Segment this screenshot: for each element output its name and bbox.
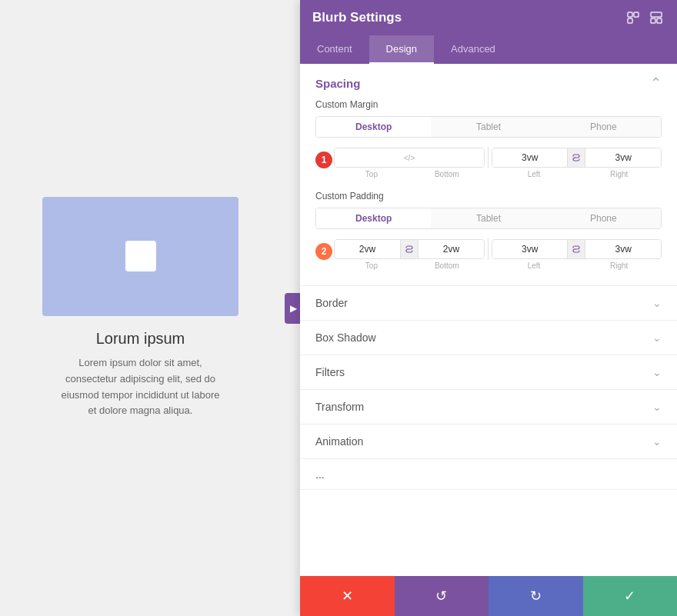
more-section-hint: ...	[315, 468, 325, 481]
margin-tab-desktop[interactable]: Desktop	[316, 117, 431, 137]
step-badge-2: 2	[315, 243, 332, 260]
tab-design[interactable]: Design	[369, 35, 434, 64]
transform-title: Transform	[315, 401, 364, 413]
transform-section: Transform ⌄	[300, 390, 677, 425]
box-shadow-title: Box Shadow	[315, 331, 376, 344]
layout-icon[interactable]	[648, 9, 665, 26]
svg-rect-2	[628, 18, 632, 23]
panel-body: Spacing ⌃ Custom Margin Desktop Tablet P…	[300, 64, 677, 576]
box-shadow-chevron-icon: ⌄	[652, 331, 662, 344]
margin-right-label: Right	[576, 170, 662, 178]
spacing-section-title: Spacing	[315, 77, 360, 90]
reset-button[interactable]: ↺	[395, 576, 489, 616]
spacing-section: Spacing ⌃ Custom Margin Desktop Tablet P…	[300, 64, 677, 286]
padding-right-input[interactable]	[585, 240, 661, 258]
padding-top-input[interactable]	[335, 240, 400, 258]
custom-margin-label: Custom Margin	[315, 99, 662, 110]
save-button[interactable]: ✓	[583, 576, 678, 616]
padding-lr-link-icon[interactable]	[567, 240, 585, 258]
padding-bottom-input[interactable]	[419, 240, 484, 258]
panel-title: Blurb Settings	[312, 10, 402, 25]
panel-header-icons	[625, 9, 665, 26]
margin-right-input[interactable]	[585, 148, 661, 167]
margin-tab-tablet[interactable]: Tablet	[431, 117, 545, 137]
resize-icon[interactable]	[625, 9, 642, 26]
tab-advanced[interactable]: Advanced	[434, 35, 512, 64]
box-shadow-section: Box Shadow ⌄	[300, 321, 677, 355]
border-title: Border	[315, 297, 348, 309]
action-bar: ✕ ↺ ↻ ✓	[300, 576, 677, 616]
box-shadow-header[interactable]: Box Shadow ⌄	[300, 321, 677, 355]
padding-bottom-label: Bottom	[409, 261, 485, 270]
border-header[interactable]: Border ⌄	[300, 286, 677, 320]
blurb-icon	[125, 241, 156, 271]
padding-device-tabs: Desktop Tablet Phone	[315, 208, 662, 229]
border-section: Border ⌄	[300, 286, 677, 321]
animation-header[interactable]: Animation ⌄	[300, 425, 677, 458]
blurb-preview: Lorum ipsum Lorem ipsum dolor sit amet, …	[42, 197, 238, 419]
margin-link-icon[interactable]	[567, 148, 585, 167]
filters-title: Filters	[315, 366, 345, 378]
svg-rect-3	[651, 12, 662, 17]
padding-tab-tablet[interactable]: Tablet	[431, 208, 545, 228]
step-badge-1: 1	[315, 152, 332, 168]
svg-rect-1	[634, 12, 639, 17]
filters-section: Filters ⌄	[300, 355, 677, 390]
panel-header: Blurb Settings	[300, 0, 677, 35]
margin-bottom-label: Bottom	[409, 170, 485, 178]
blurb-body: Lorem ipsum dolor sit amet, consectetur …	[56, 355, 225, 419]
margin-left-label: Left	[492, 170, 577, 178]
redo-button[interactable]: ↻	[489, 576, 583, 616]
svg-rect-4	[651, 18, 655, 23]
tab-content[interactable]: Content	[300, 35, 369, 64]
transform-header[interactable]: Transform ⌄	[300, 390, 677, 424]
settings-panel: Blurb Settings Content Design Advanced	[300, 0, 677, 616]
filters-chevron-icon: ⌄	[652, 366, 662, 378]
animation-section: Animation ⌄	[300, 425, 677, 459]
spacing-toggle-icon[interactable]: ⌃	[650, 75, 662, 92]
margin-left-input[interactable]	[492, 148, 568, 167]
margin-device-tabs: Desktop Tablet Phone	[315, 116, 662, 138]
margin-bottom-input[interactable]	[419, 148, 484, 167]
padding-left-label: Left	[492, 261, 577, 270]
padding-right-label: Right	[576, 261, 662, 270]
margin-code-icon: </>	[399, 148, 419, 167]
padding-top-label: Top	[334, 261, 409, 270]
animation-chevron-icon: ⌄	[652, 435, 662, 448]
preview-area: Lorum ipsum Lorem ipsum dolor sit amet, …	[0, 0, 281, 616]
svg-rect-0	[628, 12, 632, 17]
cancel-button[interactable]: ✕	[300, 576, 395, 616]
filters-header[interactable]: Filters ⌄	[300, 355, 677, 389]
blurb-image-box	[42, 197, 238, 316]
tab-bar: Content Design Advanced	[300, 35, 677, 64]
margin-tab-phone[interactable]: Phone	[546, 117, 661, 137]
blurb-title: Lorum ipsum	[96, 330, 185, 348]
margin-top-label: Top	[334, 170, 409, 178]
custom-padding-label: Custom Padding	[315, 191, 662, 201]
transform-chevron-icon: ⌄	[652, 401, 662, 413]
margin-top-input[interactable]	[335, 148, 399, 167]
padding-tb-link-icon[interactable]	[400, 240, 419, 258]
panel-edge-toggle[interactable]: ▶	[285, 293, 302, 324]
padding-tab-desktop[interactable]: Desktop	[316, 208, 431, 228]
spacing-section-header: Spacing ⌃	[300, 64, 677, 99]
spacing-section-content: Custom Margin Desktop Tablet Phone 1	[300, 99, 677, 285]
padding-tab-phone[interactable]: Phone	[546, 208, 661, 228]
border-chevron-icon: ⌄	[652, 297, 662, 309]
animation-title: Animation	[315, 435, 363, 448]
padding-left-input[interactable]	[492, 240, 568, 258]
svg-rect-5	[657, 18, 662, 23]
